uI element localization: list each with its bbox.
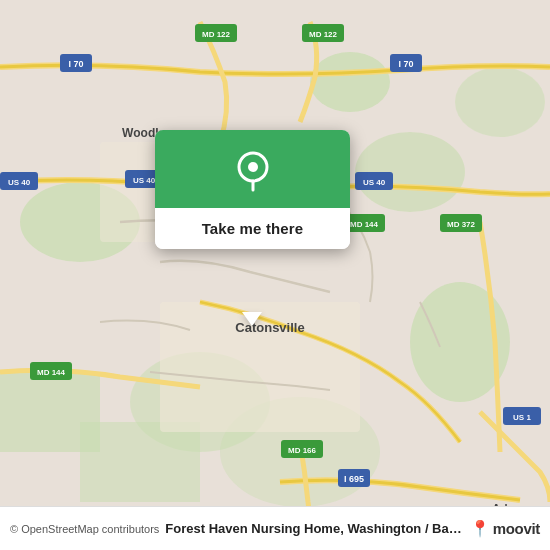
bottom-bar: © OpenStreetMap contributors Forest Have… <box>0 506 550 550</box>
svg-text:US 40: US 40 <box>8 178 31 187</box>
svg-text:I 695: I 695 <box>344 474 364 484</box>
moovit-logo: 📍 moovit <box>470 519 540 538</box>
take-me-there-button[interactable]: Take me there <box>155 208 350 249</box>
svg-point-3 <box>310 52 390 112</box>
svg-text:MD 122: MD 122 <box>309 30 338 39</box>
moovit-brand-text: moovit <box>493 520 540 537</box>
svg-text:MD 144: MD 144 <box>37 368 66 377</box>
svg-text:I 70: I 70 <box>398 59 413 69</box>
map-background: I 70 I 70 US 40 US 40 US 40 MD 144 MD 14… <box>0 0 550 550</box>
svg-text:US 40: US 40 <box>363 178 386 187</box>
svg-point-7 <box>455 67 545 137</box>
svg-rect-8 <box>80 422 200 502</box>
svg-text:I 70: I 70 <box>68 59 83 69</box>
map-container: I 70 I 70 US 40 US 40 US 40 MD 144 MD 14… <box>0 0 550 550</box>
svg-text:US 1: US 1 <box>513 413 531 422</box>
copyright-text: © OpenStreetMap contributors <box>10 523 159 535</box>
popup-tail <box>242 312 262 326</box>
svg-text:MD 372: MD 372 <box>447 220 476 229</box>
moovit-pin-icon: 📍 <box>470 519 490 538</box>
svg-text:MD 122: MD 122 <box>202 30 231 39</box>
popup-card: Take me there <box>155 130 350 249</box>
svg-text:US 40: US 40 <box>133 176 156 185</box>
location-name: Forest Haven Nursing Home, Washington / … <box>165 521 463 536</box>
svg-text:MD 144: MD 144 <box>350 220 379 229</box>
svg-point-42 <box>248 162 258 172</box>
location-pin-icon <box>230 148 276 194</box>
popup-green-area <box>155 130 350 208</box>
svg-text:MD 166: MD 166 <box>288 446 317 455</box>
